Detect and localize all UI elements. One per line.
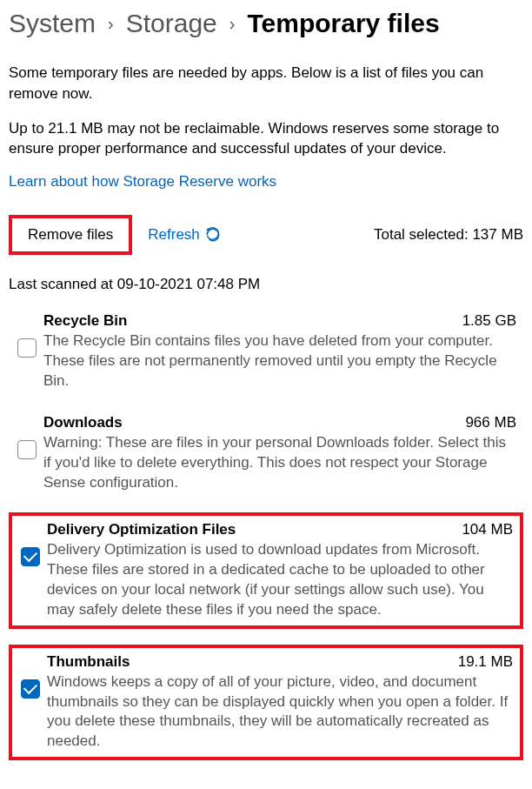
chevron-right-icon: › [108,14,114,34]
refresh-button[interactable]: Refresh [148,226,221,244]
file-description: Warning: These are files in your persona… [43,433,522,493]
intro-text-1: Some temporary files are needed by apps.… [9,63,523,104]
file-title: Downloads [43,414,123,431]
file-description: Windows keeps a copy of all of your pict… [47,672,518,752]
action-row: Remove files Refresh Total selected: 137… [9,215,523,255]
refresh-label: Refresh [148,226,200,244]
total-selected: Total selected: 137 MB [374,226,523,244]
breadcrumb: System › Storage › Temporary files [9,9,523,38]
checkbox[interactable] [21,547,40,566]
last-scanned: Last scanned at 09-10-2021 07:48 PM [9,276,523,293]
file-header: Recycle Bin1.85 GB [43,312,522,330]
file-list: Recycle Bin1.85 GBThe Recycle Bin contai… [9,309,523,760]
refresh-icon [205,227,221,243]
file-item: Downloads966 MBWarning: These are files … [9,411,523,497]
checkbox[interactable] [17,338,37,358]
file-item: Delivery Optimization Files104 MBDeliver… [9,512,523,629]
file-size: 1.85 GB [462,312,522,330]
storage-reserve-link[interactable]: Learn about how Storage Reserve works [9,173,276,191]
file-item: Thumbnails19.1 MBWindows keeps a copy of… [9,645,523,761]
breadcrumb-current: Temporary files [247,9,439,38]
file-content: Recycle Bin1.85 GBThe Recycle Bin contai… [43,312,522,391]
file-header: Downloads966 MB [43,414,522,431]
file-content: Delivery Optimization Files104 MBDeliver… [47,521,518,620]
file-size: 104 MB [462,521,518,538]
file-description: Delivery Optimization is used to downloa… [47,540,518,620]
file-title: Recycle Bin [43,312,127,330]
chevron-right-icon: › [229,14,236,34]
remove-files-button[interactable]: Remove files [9,215,132,255]
file-size: 966 MB [465,414,522,431]
file-title: Delivery Optimization Files [47,521,236,538]
breadcrumb-storage[interactable]: Storage [126,9,217,38]
file-header: Delivery Optimization Files104 MB [47,521,518,538]
breadcrumb-system[interactable]: System [9,9,96,38]
checkbox[interactable] [21,679,40,699]
file-size: 19.1 MB [458,653,518,671]
intro-text-2: Up to 21.1 MB may not be reclaimable. Wi… [9,118,523,160]
file-item: Recycle Bin1.85 GBThe Recycle Bin contai… [9,309,523,395]
checkbox[interactable] [17,440,37,459]
file-description: The Recycle Bin contains files you have … [43,331,522,391]
file-content: Thumbnails19.1 MBWindows keeps a copy of… [47,653,518,752]
file-content: Downloads966 MBWarning: These are files … [43,414,522,493]
file-title: Thumbnails [47,653,130,671]
file-header: Thumbnails19.1 MB [47,653,518,671]
